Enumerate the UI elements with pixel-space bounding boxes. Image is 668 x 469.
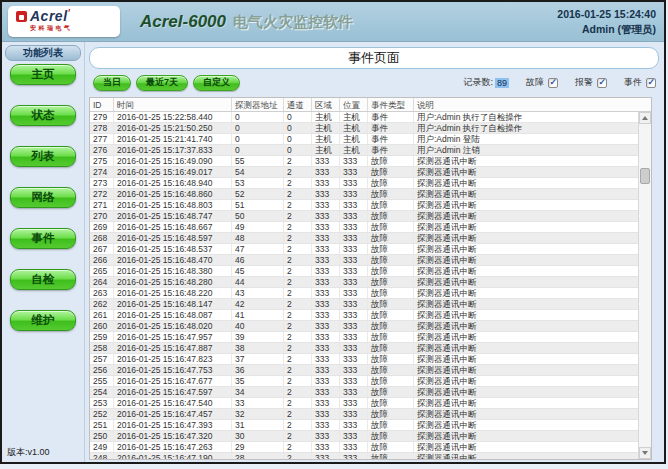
table-cell: 2016-01-25 15:16:47.393 [114,420,232,430]
column-header[interactable]: 位置 [340,98,368,111]
table-cell: 333 [312,398,340,408]
column-header[interactable]: 区域 [312,98,340,111]
table-row[interactable]: 2482016-01-25 15:16:47.190282333333故障探测器… [90,453,638,459]
sidebar-item-network[interactable]: 网络 [10,187,76,208]
table-cell: 故障 [368,321,414,331]
table-cell: 用户:Admin 执行了自检操作 [414,112,638,122]
table-cell: 33 [232,398,284,408]
table-row[interactable]: 2692016-01-25 15:16:48.667492333333故障探测器… [90,222,638,233]
fault-checkbox-label: 故障 [526,76,544,89]
table-cell: 2 [284,200,312,210]
table-cell: 277 [90,134,114,144]
table-row[interactable]: 2642016-01-25 15:16:48.280442333333故障探测器… [90,277,638,288]
table-row[interactable]: 2592016-01-25 15:16:47.957392333333故障探测器… [90,332,638,343]
table-cell: 事件 [368,145,414,155]
table-row[interactable]: 2672016-01-25 15:16:48.537472333333故障探测器… [90,244,638,255]
filter-checkbox-fault[interactable]: 故障 [526,76,558,89]
table-cell: 探测器通讯中断 [414,299,638,309]
table-cell: 333 [312,244,340,254]
table-row[interactable]: 2602016-01-25 15:16:48.020402333333故障探测器… [90,321,638,332]
table-row[interactable]: 2772016-01-25 15:21:41.74000主机主机事件用户:Adm… [90,134,638,145]
table-cell: 探测器通讯中断 [414,442,638,452]
scroll-up-button[interactable] [639,112,651,124]
filter-checkbox-event[interactable]: 事件 [624,76,656,89]
table-cell: 探测器通讯中断 [414,354,638,364]
column-header[interactable]: 事件类型 [368,98,414,111]
table-cell: 273 [90,178,114,188]
table-row[interactable]: 2542016-01-25 15:16:47.597342333333故障探测器… [90,387,638,398]
table-cell: 2 [284,178,312,188]
table-cell: 333 [340,420,368,430]
table-cell: 探测器通讯中断 [414,387,638,397]
table-row[interactable]: 2522016-01-25 15:16:47.457322333333故障探测器… [90,409,638,420]
table-row[interactable]: 2612016-01-25 15:16:48.087412333333故障探测器… [90,310,638,321]
table-row[interactable]: 2582016-01-25 15:16:47.887382333333故障探测器… [90,343,638,354]
table-cell: 故障 [368,453,414,459]
event-checkbox-label: 事件 [624,76,642,89]
scrollbar-thumb[interactable] [640,168,650,184]
table-cell: 333 [312,365,340,375]
table-row[interactable]: 2712016-01-25 15:16:48.803512333333故障探测器… [90,200,638,211]
app-window: Acrel 安科瑞电气 Acrel-6000 电气火灾监控软件 2016-01-… [0,0,666,464]
event-checkbox[interactable] [646,78,656,88]
table-cell: 探测器通讯中断 [414,420,638,430]
table-row[interactable]: 2652016-01-25 15:16:48.380452333333故障探测器… [90,266,638,277]
filter-last7days-button[interactable]: 最近7天 [136,75,188,91]
table-cell: 用户:Admin 注销 [414,145,638,155]
table-cell: 267 [90,244,114,254]
column-header[interactable]: 时间 [114,98,232,111]
table-row[interactable]: 2702016-01-25 15:16:48.747502333333故障探测器… [90,211,638,222]
table-cell: 333 [312,310,340,320]
table-cell: 2 [284,299,312,309]
vertical-scrollbar[interactable] [638,112,651,459]
table-row[interactable]: 2662016-01-25 15:16:48.470462333333故障探测器… [90,255,638,266]
table-cell: 2 [284,167,312,177]
table-row[interactable]: 2782016-01-25 15:21:50.25000主机主机事件用户:Adm… [90,123,638,134]
table-cell: 333 [340,332,368,342]
table-cell: 2 [284,321,312,331]
table-row[interactable]: 2512016-01-25 15:16:47.393312333333故障探测器… [90,420,638,431]
table-row[interactable]: 2502016-01-25 15:16:47.320302333333故障探测器… [90,431,638,442]
sidebar-item-home[interactable]: 主页 [10,64,76,85]
scroll-down-button[interactable] [639,447,651,459]
table-row[interactable]: 2722016-01-25 15:16:48.860522333333故障探测器… [90,189,638,200]
table-row[interactable]: 2732016-01-25 15:16:48.940532333333故障探测器… [90,178,638,189]
table-row[interactable]: 2562016-01-25 15:16:47.753362333333故障探测器… [90,365,638,376]
table-cell: 探测器通讯中断 [414,376,638,386]
table-cell: 333 [312,321,340,331]
table-cell: 主机 [312,123,340,133]
sidebar-item-status[interactable]: 状态 [10,105,76,126]
sidebar-item-list[interactable]: 列表 [10,146,76,167]
table-row[interactable]: 2492016-01-25 15:16:47.263292333333故障探测器… [90,442,638,453]
table-cell: 272 [90,189,114,199]
table-row[interactable]: 2622016-01-25 15:16:48.147422333333故障探测器… [90,299,638,310]
table-row[interactable]: 2752016-01-25 15:16:49.090552333333故障探测器… [90,156,638,167]
table-cell: 2016-01-25 15:16:48.537 [114,244,232,254]
table-row[interactable]: 2762016-01-25 15:17:37.83300主机主机事件用户:Adm… [90,145,638,156]
column-header[interactable]: 说明 [414,98,651,111]
table-cell: 28 [232,453,284,459]
table-cell: 2 [284,431,312,441]
filter-today-button[interactable]: 当日 [93,75,131,91]
table-cell: 54 [232,167,284,177]
column-header[interactable]: 通道 [284,98,312,111]
table-row[interactable]: 2572016-01-25 15:16:47.823372333333故障探测器… [90,354,638,365]
table-row[interactable]: 2552016-01-25 15:16:47.677352333333故障探测器… [90,376,638,387]
table-row[interactable]: 2682016-01-25 15:16:48.597482333333故障探测器… [90,233,638,244]
fault-checkbox[interactable] [548,78,558,88]
filter-custom-button[interactable]: 自定义 [193,75,240,91]
column-header[interactable]: ID [90,98,114,111]
table-row[interactable]: 2532016-01-25 15:16:47.540332333333故障探测器… [90,398,638,409]
alarm-checkbox[interactable] [597,78,607,88]
table-cell: 333 [312,277,340,287]
sidebar-item-events[interactable]: 事件 [10,228,76,249]
filter-checkbox-alarm[interactable]: 报警 [575,76,607,89]
table-cell: 2016-01-25 15:16:48.020 [114,321,232,331]
sidebar-item-selfcheck[interactable]: 自检 [10,269,76,290]
table-row[interactable]: 2742016-01-25 15:16:49.017542333333故障探测器… [90,167,638,178]
sidebar-item-maintenance[interactable]: 维护 [10,310,76,331]
table-row[interactable]: 2632016-01-25 15:16:48.220432333333故障探测器… [90,288,638,299]
column-header[interactable]: 探测器地址 [232,98,284,111]
table-row[interactable]: 2792016-01-25 15:22:58.44000主机主机事件用户:Adm… [90,112,638,123]
table-cell: 333 [340,266,368,276]
